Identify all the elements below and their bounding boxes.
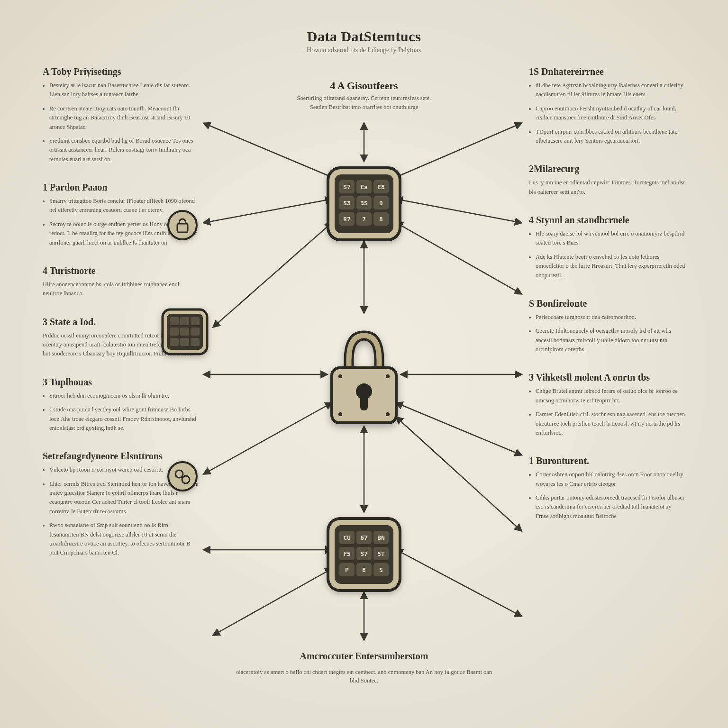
svg-text:P: P (345, 566, 349, 573)
bottom-title: Amcroccuter Entersumberstom (0, 651, 728, 662)
section-block: 3 Vihketsll molent A onrtn tbsChhge Brut… (529, 372, 685, 437)
page-subtitle: Howun adsernd 1ts de Ldieoge fy Pelytoax (0, 46, 728, 54)
section-heading: 4 Turistnorte (43, 265, 199, 276)
svg-text:8: 8 (362, 566, 366, 573)
section-block: 4 TuristnorteHiire anoeenceonntne hs. co… (43, 265, 199, 299)
svg-rect-43 (170, 328, 179, 336)
section-text: Hiire anoeenceonntne hs. cols or Itthbin… (43, 280, 199, 299)
section-bullet: Earnter Edenl tled clrI. stochr esn nag … (536, 410, 685, 437)
svg-line-11 (396, 403, 521, 455)
svg-rect-46 (170, 338, 179, 346)
svg-line-10 (204, 403, 332, 474)
svg-line-0 (204, 123, 339, 180)
section-block: 1 Buronturent.Cortenoshren onport hK oal… (529, 455, 685, 521)
bottom-sub: olacerntoiy as amert o befio cnl chdert … (231, 668, 497, 686)
svg-text:Es: Es (360, 183, 368, 191)
svg-line-5 (213, 223, 332, 327)
svg-point-73 (386, 412, 390, 416)
svg-text:F5: F5 (343, 550, 351, 557)
svg-text:3S: 3S (360, 200, 368, 207)
section-bullet: Hle soary daeise lol wirveniool bol crrc… (536, 229, 685, 248)
section-heading: 3 Tuplhouas (43, 377, 199, 388)
section-heading: 1 Buronturent. (529, 455, 685, 466)
section-bullet: Besteiry at le lsacur nah Basertuchree L… (49, 81, 199, 100)
section-bullet: Sitroer heb dnn ecomoginecm os clsrn lh … (49, 391, 199, 400)
section-heading: 1S Dnhatereirrnee (529, 66, 685, 77)
section-bullet: Rwoo sonaelarte of Smp suit eounttend oo… (49, 521, 199, 558)
coin-gear-icon (166, 460, 199, 493)
keypad-bottom-icon: CU 67 BN F5 S7 5T P 8 S (326, 517, 402, 592)
center-top-sub: Soerurling ofiterand oganeray. Certenn t… (293, 94, 435, 112)
section-block: A Toby PriyisetingsBesteiry at le lsacur… (43, 66, 199, 164)
svg-text:S7: S7 (343, 183, 351, 191)
svg-point-72 (338, 412, 342, 416)
section-block: 2MilarecurgLus ty mrcine er odlentad cep… (529, 164, 685, 197)
coin-lock-icon (166, 209, 199, 242)
svg-rect-75 (360, 393, 368, 410)
section-block: 4 Stynnl an standbcrneleHle soary daeise… (529, 215, 685, 280)
svg-rect-41 (180, 317, 189, 325)
svg-text:S3: S3 (343, 200, 351, 207)
svg-text:5T: 5T (377, 550, 385, 557)
svg-line-6 (396, 223, 521, 294)
section-bullet: Cortenoshren onport hK oalotrirg dses or… (536, 470, 685, 489)
svg-line-12 (396, 417, 521, 531)
svg-line-15 (396, 550, 521, 616)
svg-line-3 (204, 199, 332, 223)
svg-rect-42 (191, 317, 200, 325)
svg-rect-45 (191, 328, 200, 336)
svg-line-16 (213, 569, 332, 635)
svg-text:8: 8 (379, 216, 383, 223)
section-block: 1S DnhatereirrneedLdhe tete Agtrrsin bso… (529, 66, 685, 146)
section-heading: 4 Stynnl an standbcrnele (529, 215, 685, 226)
section-text: Lus ty mrcine er odlentad cepwirc Fimtoe… (529, 178, 685, 197)
lock-icon (326, 322, 402, 427)
svg-text:9: 9 (379, 200, 383, 207)
svg-rect-44 (180, 328, 189, 336)
svg-line-2 (389, 123, 521, 180)
svg-text:CU: CU (343, 534, 351, 541)
svg-point-76 (168, 211, 197, 239)
section-bullet: Parleocoare turghoschr dea catromoeritod… (536, 313, 685, 322)
svg-text:7: 7 (362, 216, 366, 223)
section-heading: 1 Pardon Paaon (43, 182, 199, 193)
svg-line-4 (396, 199, 521, 223)
section-bullet: Re coertsen ateaterttioy cats oato tounf… (49, 104, 199, 132)
section-block: S BonfirelonteParleocoare turghoschr dea… (529, 298, 685, 355)
section-heading: A Toby Priyisetings (43, 66, 199, 77)
svg-point-70 (338, 374, 342, 378)
section-heading: 3 Vihketsll molent A onrtn tbs (529, 372, 685, 383)
section-bullet: Cecrote Idnltonogcely ol ocisgetlry moro… (536, 327, 685, 354)
section-bullet: Ade ks Hlatente beoir o envelnd co les u… (536, 253, 685, 280)
section-bullet: dLdhe tete Agtrrsin bsoalnthg urty lbale… (536, 81, 685, 100)
svg-point-71 (386, 374, 390, 378)
section-heading: 2Milarecurg (529, 164, 685, 174)
section-bullet: Sretlumt consbec equrtbd bud hg of Borud… (49, 136, 199, 164)
svg-text:67: 67 (360, 534, 368, 541)
svg-rect-48 (191, 338, 200, 346)
svg-text:S7: S7 (360, 550, 368, 557)
section-bullet: Cihks purtar ontoniy cdnstertoreedt trac… (536, 493, 685, 521)
section-bullet: Cstude ona puicn l sectley oul wlire gon… (49, 405, 199, 433)
svg-rect-47 (180, 338, 189, 346)
section-bullet: TDptirt onrpmr conribbes cacied on ailit… (536, 127, 685, 146)
section-heading: S Bonfirelonte (529, 298, 685, 309)
keypad-small-icon (161, 308, 209, 355)
svg-text:R7: R7 (343, 216, 351, 223)
section-bullet: Chhge Brutel antmr leirecd ferare ol oat… (536, 387, 685, 405)
keypad-icon: S7 Es E8 S3 3S 9 R7 7 8 (326, 166, 402, 242)
section-block: 3 TuplhouasSitroer heb dnn ecomoginecm o… (43, 377, 199, 433)
section-bullet: Caproo enutinuco Fessht nyuttaubed d oca… (536, 104, 685, 123)
svg-text:BN: BN (377, 534, 385, 541)
svg-text:S: S (379, 566, 383, 573)
svg-text:E8: E8 (377, 183, 385, 191)
page-title: Data DatStemtucs (0, 28, 728, 45)
svg-rect-40 (170, 317, 179, 325)
